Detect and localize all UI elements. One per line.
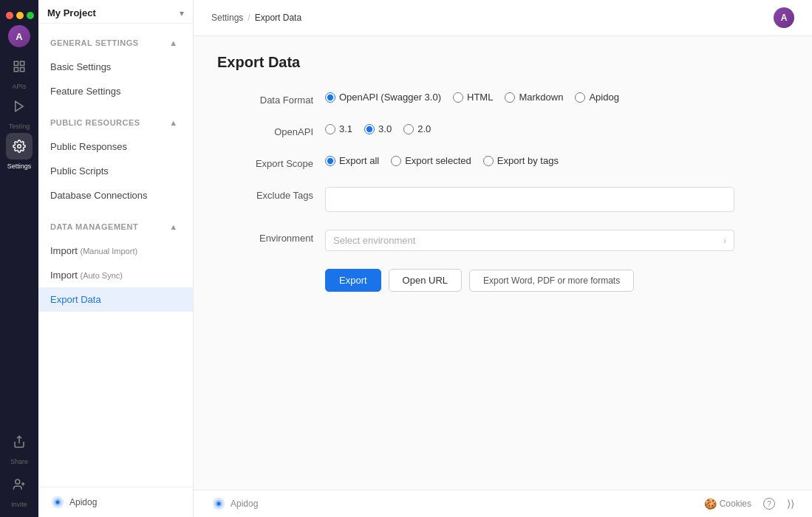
radio-export-by-tags-input[interactable] — [483, 156, 494, 166]
page-title: Export Data — [217, 54, 788, 71]
apis-nav-icon[interactable] — [6, 53, 33, 80]
environment-placeholder: Select environment — [333, 235, 415, 246]
environment-select[interactable]: Select environment › — [325, 230, 734, 251]
content-area: Export Data Data Format OpenAPI (Swagger… — [194, 36, 812, 490]
sidebar-item-feature-settings[interactable]: Feature Settings — [38, 79, 193, 103]
apidog-logo-icon — [50, 495, 65, 510]
radio-version-3-0-input[interactable] — [364, 124, 375, 134]
radio-version-3-1-input[interactable] — [325, 124, 335, 134]
testing-label: Testing — [9, 123, 30, 130]
svg-point-12 — [56, 501, 60, 504]
icon-rail: A APIs Testing Settings Share Invite — [0, 0, 38, 517]
footer-help-link[interactable]: ? — [763, 498, 775, 510]
general-settings-header: General Settings ▲ — [38, 27, 193, 55]
export-form: Data Format OpenAPI (Swagger 3.0) HTML — [217, 92, 734, 292]
footer-collapse-icon[interactable]: ⟩⟩ — [787, 498, 794, 510]
radio-export-selected-input[interactable] — [391, 156, 401, 166]
sidebar-item-public-responses[interactable]: Public Responses — [38, 134, 193, 159]
radio-export-all-input[interactable] — [325, 156, 335, 166]
radio-apidog-input[interactable] — [575, 92, 585, 103]
share-nav-icon[interactable] — [6, 428, 33, 455]
avatar[interactable]: A — [8, 25, 30, 47]
radio-apidog[interactable]: Apidog — [575, 92, 618, 103]
close-dot — [6, 12, 13, 19]
main-content: Settings / Export Data A Export Data Dat… — [194, 0, 812, 517]
footer-logo-text: Apidog — [231, 499, 258, 509]
openapi-label: OpenAPI — [217, 123, 313, 137]
radio-html[interactable]: HTML — [453, 92, 493, 103]
action-buttons: Export Open URL Export Word, PDF or more… — [325, 269, 734, 292]
export-button[interactable]: Export — [325, 269, 381, 292]
settings-nav-icon[interactable] — [6, 133, 33, 160]
environment-chevron-icon: › — [723, 235, 726, 246]
public-resources-section: Public Resources ▲ Public Responses Publ… — [38, 106, 193, 208]
openapi-version-control: 3.1 3.0 2.0 — [325, 123, 734, 134]
radio-openapi-swagger-input[interactable] — [325, 92, 335, 103]
exclude-tags-control — [325, 187, 734, 212]
exclude-tags-input[interactable] — [325, 187, 734, 212]
svg-marker-4 — [16, 101, 24, 112]
exclude-tags-label: Exclude Tags — [217, 187, 313, 201]
sidebar-item-basic-settings[interactable]: Basic Settings — [38, 55, 193, 79]
footer-cookies-link[interactable]: 🍪 Cookies — [704, 498, 751, 510]
sidebar-item-import-auto[interactable]: Import (Auto Sync) — [38, 263, 193, 287]
environment-row: Environment Select environment › — [217, 230, 734, 251]
sidebar-item-public-scripts[interactable]: Public Scripts — [38, 159, 193, 183]
data-management-collapse[interactable]: ▲ — [166, 219, 181, 234]
data-format-control: OpenAPI (Swagger 3.0) HTML Markdown — [325, 92, 734, 103]
svg-point-5 — [18, 145, 21, 148]
project-expand-icon[interactable]: ▾ — [180, 8, 184, 18]
svg-rect-2 — [14, 68, 18, 72]
header-avatar[interactable]: A — [774, 7, 794, 28]
svg-point-7 — [16, 479, 20, 484]
radio-version-2-0[interactable]: 2.0 — [403, 123, 431, 134]
breadcrumb-parent[interactable]: Settings — [211, 13, 243, 23]
breadcrumb-current: Export Data — [255, 13, 301, 23]
radio-openapi-swagger[interactable]: OpenAPI (Swagger 3.0) — [325, 92, 441, 103]
svg-point-15 — [217, 502, 221, 506]
data-management-header: Data Management ▲ — [38, 210, 193, 239]
testing-nav-icon[interactable] — [6, 93, 33, 120]
data-format-row: Data Format OpenAPI (Swagger 3.0) HTML — [217, 92, 734, 106]
public-resources-header: Public Resources ▲ — [38, 106, 193, 134]
share-label: Share — [10, 458, 28, 465]
radio-export-selected[interactable]: Export selected — [391, 155, 471, 166]
apis-label: APIs — [12, 83, 26, 90]
environment-label: Environment — [217, 230, 313, 244]
general-settings-collapse[interactable]: ▲ — [166, 35, 181, 50]
radio-version-2-0-input[interactable] — [403, 124, 414, 134]
radio-version-3-1[interactable]: 3.1 — [325, 123, 352, 134]
sidebar: My Project ▾ General Settings ▲ Basic Se… — [38, 0, 194, 517]
minimize-dot — [16, 12, 24, 19]
project-title: My Project — [47, 7, 175, 18]
invite-nav-icon[interactable] — [6, 471, 33, 498]
footer: Apidog 🍪 Cookies ? ⟩⟩ — [194, 490, 812, 517]
footer-logo-icon — [211, 496, 226, 511]
action-buttons-control: Export Open URL Export Word, PDF or more… — [325, 269, 734, 292]
openapi-version-row: OpenAPI 3.1 3.0 2.0 — [217, 123, 734, 137]
radio-version-3-0[interactable]: 3.0 — [364, 123, 392, 134]
breadcrumb-separator: / — [248, 13, 250, 23]
footer-right: 🍪 Cookies ? ⟩⟩ — [704, 498, 794, 510]
settings-label: Settings — [7, 162, 32, 170]
apidog-logo-text: Apidog — [69, 497, 97, 507]
radio-markdown[interactable]: Markdown — [505, 92, 563, 103]
action-buttons-row: Export Open URL Export Word, PDF or more… — [217, 269, 734, 292]
invite-label: Invite — [11, 501, 27, 508]
radio-markdown-input[interactable] — [505, 92, 515, 103]
open-url-button[interactable]: Open URL — [389, 269, 462, 292]
sidebar-item-database-connections[interactable]: Database Connections — [38, 183, 193, 208]
radio-export-by-tags[interactable]: Export by tags — [483, 155, 559, 166]
export-scope-control: Export all Export selected Export by tag… — [325, 155, 734, 166]
breadcrumb: Settings / Export Data A — [194, 0, 812, 36]
radio-html-input[interactable] — [453, 92, 463, 103]
general-settings-section: General Settings ▲ Basic Settings Featur… — [38, 27, 193, 103]
export-formats-button[interactable]: Export Word, PDF or more formats — [469, 270, 634, 292]
public-resources-collapse[interactable]: ▲ — [166, 115, 181, 130]
openapi-version-radio-group: 3.1 3.0 2.0 — [325, 123, 734, 134]
exclude-tags-row: Exclude Tags — [217, 187, 734, 212]
radio-export-all[interactable]: Export all — [325, 155, 379, 166]
svg-rect-0 — [14, 61, 18, 65]
sidebar-item-export-data[interactable]: Export Data — [38, 287, 193, 312]
sidebar-item-import-manual[interactable]: Import (Manual Import) — [38, 239, 193, 263]
